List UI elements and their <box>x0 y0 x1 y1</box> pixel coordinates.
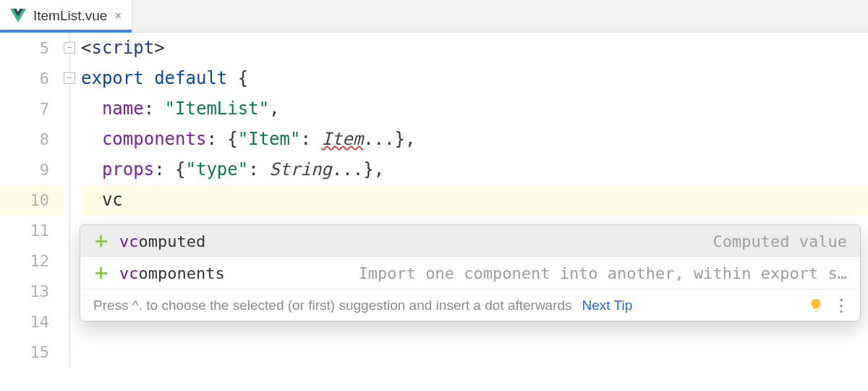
completion-label: vcomputed <box>119 232 205 251</box>
code-line: <script> <box>81 33 868 63</box>
completion-desc: Computed value <box>713 232 847 251</box>
code-line: vc <box>81 185 868 215</box>
fold-toggle-icon[interactable]: − <box>64 72 75 84</box>
vue-icon <box>10 9 26 23</box>
gutter: 5 6 7 8 9 10 11 12 13 14 15 <box>0 33 64 367</box>
live-template-icon <box>93 233 109 249</box>
line-number: 9 <box>0 154 64 185</box>
line-number: 6 <box>0 63 64 93</box>
completion-label: vcomponents <box>119 264 225 282</box>
tab-bar: ItemList.vue × <box>0 0 868 33</box>
line-number: 5 <box>0 33 64 63</box>
next-tip-link[interactable]: Next Tip <box>582 298 633 314</box>
line-number: 10 <box>0 185 64 215</box>
svg-rect-1 <box>100 235 102 248</box>
fold-toggle-icon[interactable]: − <box>64 42 75 54</box>
completion-hint-text: Press ^. to choose the selected (or firs… <box>93 298 572 314</box>
svg-rect-3 <box>100 267 102 279</box>
file-tab-label: ItemList.vue <box>33 8 107 24</box>
completion-hint-bar: Press ^. to choose the selected (or firs… <box>80 289 860 321</box>
code-line: name: "ItemList", <box>81 93 868 124</box>
file-tab[interactable]: ItemList.vue × <box>0 0 132 32</box>
line-number: 11 <box>0 215 64 245</box>
close-icon[interactable]: × <box>114 9 122 23</box>
completion-desc: Import one component into another, withi… <box>358 264 847 282</box>
code-line: props: {"type": String...}, <box>81 154 868 185</box>
code-line: components: {"Item": Item...}, <box>81 124 868 154</box>
line-number: 8 <box>0 124 64 154</box>
line-number: 12 <box>0 245 64 276</box>
lightbulb-icon[interactable] <box>808 298 824 314</box>
line-number: 15 <box>0 337 64 367</box>
fold-column: − − <box>64 33 81 367</box>
more-icon[interactable]: ⋮ <box>830 297 853 314</box>
code-line: export default { <box>81 63 868 93</box>
completion-item[interactable]: vcomponents Import one component into an… <box>80 257 860 289</box>
line-number: 13 <box>0 276 64 306</box>
line-number: 14 <box>0 306 64 337</box>
live-template-icon <box>93 265 109 281</box>
completion-item[interactable]: vcomputed Computed value <box>80 225 860 257</box>
code-line <box>81 337 868 367</box>
completion-popup: vcomputed Computed value vcomponents Imp… <box>80 224 861 321</box>
line-number: 7 <box>0 93 64 124</box>
